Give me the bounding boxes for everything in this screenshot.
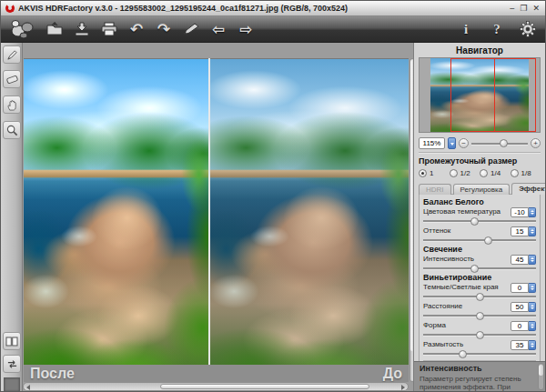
intensity-slider-handle[interactable]: [470, 265, 479, 273]
edges-slider-handle[interactable]: [476, 293, 484, 301]
scroll-right-arrow-icon[interactable]: [401, 385, 405, 390]
redo-button[interactable]: ↷: [152, 17, 176, 41]
edges-value-input[interactable]: [511, 283, 529, 293]
before-image-view[interactable]: [210, 58, 409, 365]
size-option-1-4[interactable]: 1/4: [480, 169, 511, 177]
info-button[interactable]: i: [454, 17, 478, 41]
temperature-slider-handle[interactable]: [470, 217, 479, 226]
radio-icon: [480, 169, 488, 177]
prev-image-button[interactable]: ⇦: [207, 17, 230, 41]
distance-value-input[interactable]: [511, 302, 529, 312]
app-window: AKVIS HDRFactory v.3.0 - 1295583002_1295…: [0, 0, 546, 392]
navigator-title: Навигатор: [419, 45, 541, 55]
view-label-bar: После До: [24, 365, 409, 382]
shape-stepper[interactable]: [529, 321, 536, 331]
save-button[interactable]: [70, 17, 94, 41]
blur-stepper[interactable]: [529, 340, 536, 350]
settings-panel: Навигатор − + Промежуточный размер 1 1/2…: [413, 43, 545, 391]
save-icon: [74, 22, 90, 36]
before-label: До: [383, 367, 402, 381]
stylus-icon: [182, 22, 200, 36]
tab-effects[interactable]: Эффекты: [511, 183, 546, 195]
tab-adjustment[interactable]: Регулировка: [453, 184, 511, 195]
zoom-out-button[interactable]: −: [459, 138, 469, 148]
distance-slider[interactable]: [423, 312, 536, 319]
panel-tabs: HDRI Регулировка Эффекты: [419, 181, 541, 195]
pencil-tool-button[interactable]: [3, 45, 21, 64]
hand-tool-button[interactable]: [3, 95, 21, 114]
glow-title: Свечение: [423, 245, 536, 254]
intensity-label: Интенсивность: [423, 256, 511, 263]
radio-icon: [511, 169, 519, 177]
zoom-tool-button[interactable]: [3, 121, 21, 139]
zoom-value-input[interactable]: [419, 137, 445, 149]
distance-slider-handle[interactable]: [476, 312, 484, 320]
shape-slider[interactable]: [423, 331, 536, 338]
print-button[interactable]: [97, 17, 121, 41]
help-button[interactable]: ?: [485, 17, 509, 41]
tint-slider-handle[interactable]: [484, 236, 492, 245]
shape-value-input[interactable]: [511, 321, 529, 331]
tint-value-input[interactable]: [511, 226, 529, 236]
hint-title: Интенсивность: [420, 364, 534, 373]
close-button[interactable]: ✕: [532, 4, 540, 13]
white-balance-title: Баланс Белого: [423, 197, 536, 206]
background-color-swatch[interactable]: [4, 377, 20, 392]
horizontal-scrollbar[interactable]: [23, 382, 409, 391]
distance-label: Расстояние: [423, 303, 511, 310]
open-button[interactable]: [43, 17, 66, 41]
blur-slider-handle[interactable]: [459, 350, 467, 358]
swap-views-button[interactable]: [3, 355, 21, 373]
zoom-slider-handle[interactable]: [500, 139, 508, 147]
intensity-stepper[interactable]: [529, 255, 536, 265]
intensity-value-input[interactable]: [511, 255, 529, 265]
settings-button[interactable]: [516, 17, 540, 41]
tint-stepper[interactable]: [529, 226, 536, 236]
pen-tablet-button[interactable]: [179, 17, 203, 41]
swap-arrows-icon: [6, 359, 18, 369]
eraser-tool-button[interactable]: [3, 70, 21, 88]
horizontal-scroll-thumb[interactable]: [160, 384, 369, 389]
gear-icon: [520, 21, 536, 37]
zoom-dropdown-button[interactable]: [448, 137, 456, 149]
blur-slider[interactable]: [423, 350, 536, 357]
split-view-button[interactable]: [3, 332, 21, 350]
akvis-logo-button[interactable]: [6, 17, 39, 41]
temperature-stepper[interactable]: [529, 207, 536, 217]
size-option-1-2[interactable]: 1/2: [450, 169, 480, 177]
hint-scrollbar[interactable]: [538, 363, 544, 390]
after-label: После: [30, 367, 75, 381]
tint-slider[interactable]: [423, 236, 536, 244]
before-image: [210, 59, 409, 365]
intermediate-size-options: 1 1/2 1/4 1/8: [419, 167, 541, 179]
blur-value-input[interactable]: [511, 340, 529, 350]
undo-button[interactable]: ↶: [125, 17, 148, 41]
tab-hdri[interactable]: HDRI: [419, 184, 451, 195]
distance-stepper[interactable]: [529, 302, 536, 312]
hint-scroll-thumb[interactable]: [539, 365, 543, 376]
intensity-slider[interactable]: [423, 265, 536, 272]
next-image-button[interactable]: ⇨: [234, 17, 258, 41]
temperature-value-input[interactable]: [511, 207, 529, 217]
akvis-app-icon: [5, 4, 15, 13]
edges-stepper[interactable]: [529, 283, 536, 293]
temperature-slider[interactable]: [423, 217, 536, 225]
size-option-1[interactable]: 1: [419, 169, 450, 177]
shape-slider-handle[interactable]: [476, 331, 484, 339]
edges-slider[interactable]: [423, 293, 536, 300]
maximize-button[interactable]: ❐: [520, 4, 527, 13]
minimize-button[interactable]: –: [510, 4, 514, 13]
zoom-slider[interactable]: [471, 138, 528, 148]
window-title: AKVIS HDRFactory v.3.0 - 1295583002_1295…: [18, 4, 510, 13]
after-image-view[interactable]: [24, 58, 208, 365]
navigator-preview[interactable]: [419, 57, 541, 133]
undo-icon: ↶: [130, 22, 143, 37]
tint-label: Оттенок: [423, 227, 511, 235]
size-option-1-8[interactable]: 1/8: [511, 169, 541, 177]
zoom-in-button[interactable]: +: [531, 138, 541, 148]
help-icon: ?: [493, 23, 500, 36]
scroll-left-arrow-icon[interactable]: [26, 385, 30, 390]
magnifier-icon: [6, 125, 18, 136]
redo-icon: ↷: [157, 22, 170, 37]
blur-label: Размытость: [423, 341, 511, 348]
